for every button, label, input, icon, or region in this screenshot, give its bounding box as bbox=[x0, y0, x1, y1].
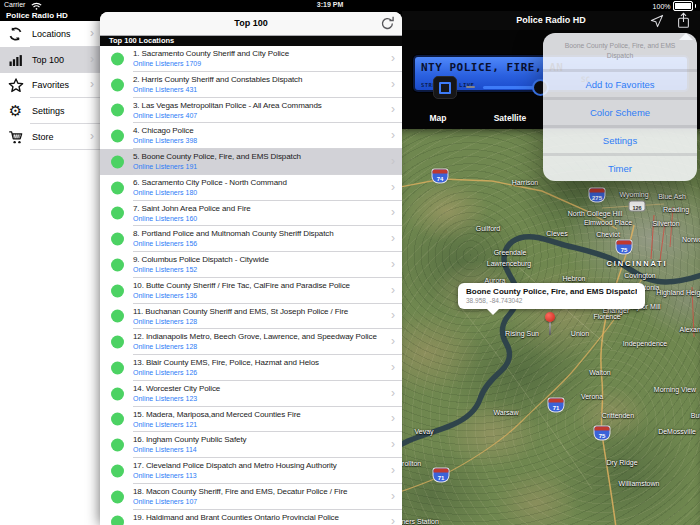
list-item[interactable]: 18. Macon County Sheriff, Fire and EMS, … bbox=[100, 484, 402, 510]
map-place-label: Morning View bbox=[654, 386, 696, 393]
list-item[interactable]: 6. Sacramento City Police - North Comman… bbox=[100, 175, 402, 201]
refresh-button[interactable] bbox=[379, 15, 396, 32]
online-listeners: Online Listeners 152 bbox=[133, 266, 378, 275]
map-place-label: Walton bbox=[589, 369, 611, 376]
station-name: 12. Indianapolis Metro, Beech Grove, Law… bbox=[133, 332, 378, 342]
locations-globe-icon bbox=[7, 25, 24, 42]
popover-menu-item[interactable]: Timer bbox=[543, 153, 697, 181]
list-item[interactable]: 7. Saint John Area Police and Fire Onlin… bbox=[100, 201, 402, 227]
tab-satellite[interactable]: Satellite bbox=[474, 107, 546, 129]
list-item[interactable]: 19. Haldimand and Brant Counties Ontario… bbox=[100, 510, 402, 525]
chevron-right-icon: › bbox=[90, 26, 94, 40]
interstate-shield: 71 bbox=[434, 469, 449, 482]
online-listeners: Online Listeners 160 bbox=[133, 215, 378, 224]
online-status-dot bbox=[111, 361, 124, 374]
map-place-label: Independence bbox=[623, 340, 667, 347]
map-place-label: North College Hill bbox=[568, 210, 622, 217]
map-canvas[interactable]: HarrisonGuilfordClevesNorth College Hill… bbox=[402, 129, 700, 525]
online-listeners: Online Listeners 128 bbox=[133, 343, 378, 352]
online-status-dot bbox=[111, 516, 124, 525]
chevron-right-icon: › bbox=[391, 334, 395, 348]
battery-icon bbox=[673, 1, 693, 11]
online-listeners: Online Listeners 126 bbox=[133, 369, 378, 378]
list-item[interactable]: 17. Cleveland Police Dispatch and Metro … bbox=[100, 458, 402, 484]
station-name: 3. Las Vegas Metropolitan Police - All A… bbox=[133, 101, 378, 111]
callout-coordinates: 38.958, -84.743042 bbox=[466, 297, 637, 304]
list-item[interactable]: 15. Madera, Mariposa,and Merced Counties… bbox=[100, 407, 402, 433]
list-item[interactable]: 16. Ingham County Public Safety Online L… bbox=[100, 432, 402, 458]
station-name: 16. Ingham County Public Safety bbox=[133, 435, 378, 445]
chevron-right-icon: › bbox=[391, 77, 395, 91]
online-status-dot bbox=[111, 336, 124, 349]
online-status-dot bbox=[111, 413, 124, 426]
list-item[interactable]: 9. Columbus Police Dispatch - Citywide O… bbox=[100, 252, 402, 278]
list-item[interactable]: 1. Sacramento County Sheriff and City Po… bbox=[100, 46, 402, 72]
online-listeners: Online Listeners 113 bbox=[133, 472, 378, 481]
online-listeners: Online Listeners 431 bbox=[133, 86, 378, 95]
chevron-right-icon: › bbox=[90, 129, 94, 143]
list-item[interactable]: 5. Boone County Police, Fire, and EMS Di… bbox=[100, 149, 402, 175]
map-callout[interactable]: Boone County Police, Fire, and EMS Dispa… bbox=[458, 283, 645, 309]
chevron-right-icon: › bbox=[391, 257, 395, 271]
interstate-shield: 275 bbox=[590, 189, 605, 202]
list-item[interactable]: 10. Butte County Sheriff / Fire Tac, Cal… bbox=[100, 278, 402, 304]
station-name: 15. Madera, Mariposa,and Merced Counties… bbox=[133, 410, 378, 420]
station-name: 2. Harris County Sheriff and Constables … bbox=[133, 75, 378, 85]
list-title: Top 100 bbox=[100, 12, 402, 35]
sidebar-item-settings[interactable]: ⚙ Settings bbox=[0, 98, 100, 124]
map-place-label: Hebron bbox=[563, 275, 586, 282]
interstate-shield: 74 bbox=[433, 170, 448, 183]
stop-button[interactable] bbox=[433, 76, 457, 99]
list-item[interactable]: 8. Portland Police and Multnomah County … bbox=[100, 226, 402, 252]
station-name: 10. Butte County Sheriff / Fire Tac, Cal… bbox=[133, 281, 378, 291]
tab-map[interactable]: Map bbox=[402, 107, 474, 129]
sidebar-item-store[interactable]: Store › bbox=[0, 124, 100, 150]
map-roads-river bbox=[402, 129, 700, 525]
map-place-label: Verona bbox=[581, 393, 603, 400]
callout-title: Boone County Police, Fire, and EMS Dispa… bbox=[466, 287, 637, 296]
sidebar-item-label: Store bbox=[32, 132, 54, 142]
station-name: 1. Sacramento County Sheriff and City Po… bbox=[133, 49, 378, 59]
online-listeners: Online Listeners 180 bbox=[133, 189, 378, 198]
sidebar-item-top100[interactable]: Top 100 › bbox=[0, 47, 100, 73]
chevron-right-icon: › bbox=[90, 78, 94, 92]
sidebar: Police Radio HD Locations › bbox=[0, 11, 100, 525]
interstate-shield: 75 bbox=[595, 427, 610, 440]
map-place-label: Butler bbox=[691, 412, 700, 419]
list-item[interactable]: 11. Buchanan County Sheriff and EMS, St … bbox=[100, 304, 402, 330]
online-status-dot bbox=[111, 490, 124, 503]
list-item[interactable]: 13. Blair County EMS, Fire, Police, Hazm… bbox=[100, 355, 402, 381]
list-item[interactable]: 3. Las Vegas Metropolitan Police - All A… bbox=[100, 98, 402, 124]
sidebar-item-locations[interactable]: Locations › bbox=[0, 21, 100, 47]
popover-menu-item[interactable]: Add to Favorites bbox=[543, 69, 697, 97]
list-item[interactable]: 14. Worcester City Police Online Listene… bbox=[100, 381, 402, 407]
map-place-label: Elmwood Place bbox=[584, 219, 632, 226]
locate-arrow-button[interactable] bbox=[650, 14, 664, 28]
battery-percent: 100% bbox=[653, 3, 671, 10]
online-status-dot bbox=[111, 207, 124, 220]
sidebar-item-label: Favorites bbox=[32, 80, 69, 90]
map-place-label: Dry Ridge bbox=[606, 459, 637, 466]
online-listeners: Online Listeners 107 bbox=[133, 498, 378, 507]
player-header: Police Radio HD bbox=[402, 11, 700, 30]
popover-menu-item[interactable]: Color Scheme bbox=[543, 97, 697, 125]
map-pin[interactable] bbox=[545, 312, 555, 322]
stop-icon bbox=[439, 82, 451, 94]
popover-menu-item[interactable]: Settings bbox=[543, 125, 697, 153]
chevron-right-icon: › bbox=[391, 437, 395, 451]
list-item[interactable]: 12. Indianapolis Metro, Beech Grove, Law… bbox=[100, 329, 402, 355]
online-listeners: Online Listeners 121 bbox=[133, 421, 378, 430]
list-item[interactable]: 2. Harris County Sheriff and Constables … bbox=[100, 72, 402, 98]
sidebar-item-favorites[interactable]: Favorites › bbox=[0, 73, 100, 99]
map-place-label: Rising Sun bbox=[505, 330, 539, 337]
station-name: 19. Haldimand and Brant Counties Ontario… bbox=[133, 513, 378, 523]
clock: 3:19 PM bbox=[0, 1, 660, 8]
online-listeners: Online Listeners 114 bbox=[133, 446, 378, 455]
online-status-dot bbox=[111, 284, 124, 297]
callout-arrow bbox=[487, 309, 499, 321]
interstate-shield: 126 bbox=[630, 202, 645, 211]
list-item[interactable]: 4. Chicago Police Online Listeners 398 › bbox=[100, 123, 402, 149]
chevron-right-icon: › bbox=[90, 52, 94, 66]
map-place-label: Highland Heights bbox=[656, 289, 700, 296]
station-name: 13. Blair County EMS, Fire, Police, Hazm… bbox=[133, 358, 378, 368]
